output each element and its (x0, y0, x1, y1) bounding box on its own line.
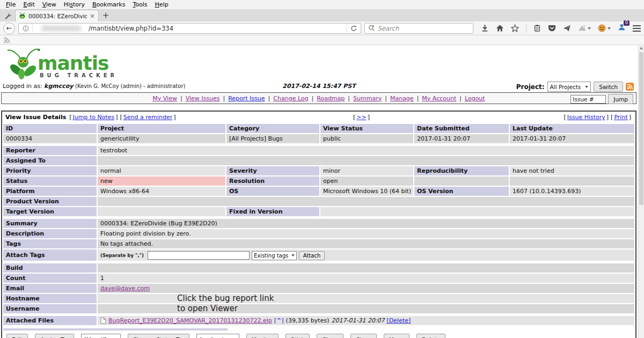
file-delete-link[interactable]: [Delete] (387, 316, 411, 325)
browser-tab[interactable]: 0000334: EZeroDivide (Bug... × (15, 10, 99, 21)
move-button[interactable]: Move (384, 334, 409, 338)
site-info-icon[interactable] (19, 24, 33, 33)
tab-close-icon[interactable]: × (90, 13, 95, 19)
table-row: Username (3, 304, 634, 313)
col-header-last-update: Last Update (510, 124, 634, 133)
logged-in-text: Logged in as: kgmccoy (Kevin G. McCoy (a… (3, 83, 185, 90)
target-version-value (98, 207, 225, 216)
file-anchor-link[interactable]: [^] (274, 316, 284, 325)
switch-project-button[interactable]: Switch (594, 82, 623, 92)
assigned-to-label: Assigned To (3, 156, 97, 165)
reload-button[interactable] (347, 24, 361, 33)
mantis-logo[interactable]: mantis BUG TRACKER (6, 46, 114, 83)
url-bar[interactable]: /mantisbt/view.php?id=334 (18, 23, 361, 34)
table-row: Summary 0000334: EZeroDivide (Bug E39E2D… (3, 219, 634, 228)
attach-tags-input[interactable] (148, 251, 250, 260)
target-version-label: Target Version (3, 207, 97, 216)
feed-icon[interactable] (4, 37, 10, 43)
table-row: Priority normal Severity minor Reproduci… (3, 166, 634, 175)
toolbar-separator (526, 24, 526, 33)
next-issue-link[interactable]: >> (356, 114, 366, 121)
table-row: Reporter testrobot (3, 146, 634, 155)
action-bar: Edit Assign To: [Myself] Change Status T… (2, 330, 635, 338)
existing-tags-select[interactable]: Existing tags (252, 251, 297, 260)
nav-link-summary[interactable]: Summary (353, 95, 382, 102)
severity-value: minor (320, 166, 413, 175)
chevron-down-icon (608, 27, 611, 30)
url-text[interactable]: /mantisbt/view.php?id=334 (89, 25, 173, 32)
menu-help[interactable]: Help (151, 1, 172, 9)
description-label: Description (3, 229, 97, 238)
menu-bookmarks[interactable]: Bookmarks (89, 1, 129, 9)
stick-button[interactable]: Stick (286, 334, 310, 338)
download-icon[interactable] (481, 24, 489, 32)
menu-icon[interactable] (633, 25, 641, 32)
nav-link-logout[interactable]: Logout (465, 95, 485, 102)
back-button[interactable]: ← (3, 23, 15, 34)
search-box[interactable]: Search (364, 23, 473, 34)
screenshot-tool-group[interactable] (578, 25, 591, 32)
profile-group[interactable]: 0 (618, 23, 626, 33)
nav-link-change-log[interactable]: Change Log (273, 95, 308, 102)
notification-badge: 0 (624, 20, 630, 26)
rss-icon[interactable] (626, 83, 634, 91)
hostname-label: Hostname (3, 294, 97, 303)
monitor-button[interactable]: Monitor (246, 334, 279, 338)
change-status-button[interactable]: Change Status To: (128, 334, 189, 338)
home-icon[interactable] (496, 24, 504, 32)
status-value: new (98, 177, 225, 186)
delete-button[interactable]: Delete (416, 334, 446, 338)
scroll-thumb[interactable] (639, 52, 643, 205)
persona-group[interactable] (598, 24, 611, 32)
jump-button[interactable]: Jump (608, 94, 633, 104)
nav-link-roadmap[interactable]: Roadmap (317, 95, 345, 102)
fixed-in-version-value (320, 207, 634, 216)
print-link[interactable]: Print (614, 114, 627, 121)
table-row: Platform Windows x86-64 OS Microsoft Win… (3, 187, 634, 196)
clone-button[interactable]: Clone (317, 334, 343, 338)
close-button[interactable]: Close (350, 334, 377, 338)
vertical-scrollbar[interactable] (638, 45, 644, 338)
send-icon[interactable] (563, 24, 571, 32)
bracket: [ (353, 114, 355, 121)
issue-history-link[interactable]: Issue History (567, 114, 605, 121)
pocket-icon[interactable] (548, 24, 556, 32)
email-link[interactable]: dave@dave.com (100, 285, 150, 292)
nav-link-my-account[interactable]: My Account (422, 95, 456, 102)
history-print-links: [ Issue History ] [ Print ] (562, 112, 632, 123)
existing-tags-value: Existing tags (254, 250, 288, 261)
wrench-icon[interactable] (0, 10, 15, 21)
nav-link-view-issues[interactable]: View Issues (186, 95, 220, 102)
assignee-select[interactable]: [Myself] (81, 334, 121, 338)
send-reminder-link[interactable]: Send a reminder (123, 114, 173, 121)
bracket: [ (69, 114, 71, 121)
resolution-label: Resolution (226, 177, 319, 186)
nav-separator: | (417, 95, 419, 102)
annotation-text: Click the bug report link to open Viewer (177, 293, 274, 314)
col-header-date-submitted: Date Submitted (414, 124, 509, 133)
bookmark-star-icon[interactable] (511, 24, 519, 32)
tab-strip: 0000334: EZeroDivide (Bug... × + (0, 9, 644, 21)
jump-to-notes-link[interactable]: Jump to Notes (73, 114, 115, 121)
status-select[interactable]: feedback (196, 334, 239, 338)
nav-link-report-issue[interactable]: Report Issue (228, 95, 265, 102)
menu-edit[interactable]: Edit (19, 1, 38, 9)
attach-tags-hint: (Separate by ",") (100, 253, 144, 258)
menu-file[interactable]: File (2, 1, 19, 9)
new-tab-button[interactable]: + (99, 10, 113, 21)
project-select[interactable]: All Projects (547, 82, 591, 92)
clipboard-icon[interactable] (533, 24, 541, 32)
bookmarks-bar (0, 36, 644, 45)
issue-number-input[interactable] (570, 95, 606, 104)
attach-button[interactable]: Attach (299, 251, 325, 260)
menu-history[interactable]: History (60, 1, 89, 9)
menu-tools[interactable]: Tools (129, 1, 151, 9)
assign-to-button[interactable]: Assign To: (35, 334, 74, 338)
menu-view[interactable]: View (39, 1, 60, 9)
scroll-up-icon[interactable] (640, 47, 643, 49)
edit-button[interactable]: Edit (6, 334, 28, 338)
nav-link-my-view[interactable]: My View (152, 95, 177, 102)
attached-file-link[interactable]: BugReport_E39E2D20_SAMOVAR_2017013123072… (108, 316, 272, 325)
nav-link-manage[interactable]: Manage (390, 95, 414, 102)
bracket: [ (611, 114, 613, 121)
